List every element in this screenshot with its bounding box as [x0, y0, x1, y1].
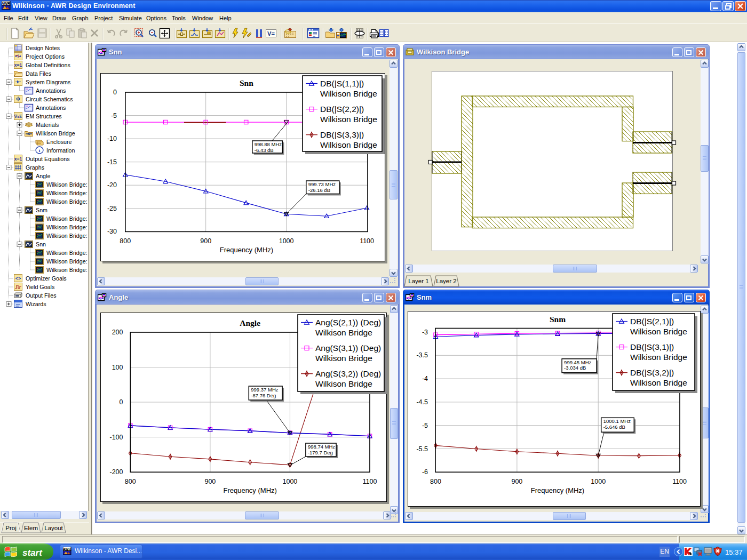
svg-text:1000: 1000	[279, 237, 294, 245]
svg-text:V=: V=	[267, 30, 275, 37]
svg-text:Wilkison Bridge: Wilkison Bridge	[320, 140, 377, 149]
svg-text:EM Structures: EM Structures	[26, 113, 62, 119]
svg-text:DB(|S(2,2)|): DB(|S(2,2)|)	[320, 105, 364, 114]
svg-text:-200: -200	[109, 468, 123, 476]
svg-text:Elem: Elem	[24, 525, 38, 531]
svg-text:DB(|S(3,1)|): DB(|S(3,1)|)	[630, 342, 674, 351]
svg-text:999.37 MHz: 999.37 MHz	[251, 387, 278, 393]
svg-text:Wilkison Bridge:: Wilkison Bridge:	[46, 190, 88, 196]
svg-text:Snm: Snm	[550, 315, 566, 324]
svg-text:Snn: Snn	[36, 241, 46, 247]
svg-text:Snm: Snm	[36, 207, 47, 213]
svg-text:Wilkison Bridge: Wilkison Bridge	[36, 130, 75, 137]
svg-text:-20: -20	[107, 181, 117, 189]
svg-text:-3: -3	[422, 329, 428, 336]
svg-text:Wilkison Bridge: Wilkison Bridge	[320, 115, 377, 124]
svg-text:-3.5: -3.5	[416, 351, 428, 359]
svg-text:900: 900	[511, 478, 522, 485]
svg-text:Information: Information	[46, 147, 75, 154]
svg-text:100: 100	[112, 364, 123, 371]
svg-text:DB(|S(3,2)|): DB(|S(3,2)|)	[630, 368, 674, 377]
svg-text:Wilkison Bridge: Wilkison Bridge	[315, 354, 372, 363]
svg-text:Data Files: Data Files	[26, 70, 51, 77]
svg-text:Output Equations: Output Equations	[26, 156, 70, 162]
svg-text:Wilkison Bridge:: Wilkison Bridge:	[46, 181, 88, 188]
svg-text:Frequency (MHz): Frequency (MHz)	[220, 246, 273, 254]
svg-text:800: 800	[120, 237, 131, 245]
svg-text:1000: 1000	[591, 478, 606, 485]
svg-text:Annotations: Annotations	[36, 105, 66, 111]
svg-text:DB(|S(3,3)|): DB(|S(3,3)|)	[320, 130, 364, 139]
svg-text:-26.16 dB: -26.16 dB	[308, 187, 330, 193]
svg-text:1100: 1100	[360, 237, 374, 245]
svg-text:AWR: AWR	[2, 2, 10, 5]
svg-text:Wilkison Bridge:: Wilkison Bridge:	[46, 267, 88, 273]
svg-text:Project Options: Project Options	[26, 53, 65, 60]
svg-text:999.45 MHz: 999.45 MHz	[564, 359, 591, 365]
svg-text:-179.7 Deg: -179.7 Deg	[308, 450, 333, 455]
svg-text:Layer 1: Layer 1	[408, 278, 428, 284]
svg-text:1000: 1000	[282, 478, 297, 485]
svg-text:Wilkison Bridge:: Wilkison Bridge:	[46, 233, 88, 239]
svg-text:Output Files: Output Files	[26, 292, 57, 299]
svg-text:800: 800	[125, 478, 136, 485]
svg-text:Wizards: Wizards	[26, 301, 46, 307]
svg-text:∇xE: ∇xE	[14, 114, 22, 119]
svg-text:Angle: Angle	[240, 318, 260, 327]
svg-text:Wilkison Bridge: Wilkison Bridge	[315, 379, 372, 388]
svg-text:start: start	[22, 548, 43, 558]
svg-text:-5: -5	[111, 112, 117, 119]
svg-text:Frequency (MHz): Frequency (MHz)	[531, 486, 584, 494]
svg-text:Angle: Angle	[36, 173, 50, 179]
svg-text:Annotations: Annotations	[36, 87, 66, 94]
svg-text:998.74 MHz: 998.74 MHz	[308, 444, 335, 450]
svg-text:<>: <>	[15, 276, 21, 281]
svg-text:-4.5: -4.5	[416, 398, 428, 406]
svg-text:-6: -6	[422, 468, 428, 476]
svg-text:Ang(S(2,1)) (Deg): Ang(S(2,1)) (Deg)	[315, 318, 381, 327]
svg-text:Wilkison Bridge: Wilkison Bridge	[630, 353, 687, 362]
svg-text:900: 900	[200, 237, 211, 245]
svg-text:1000.1 MHz: 1000.1 MHz	[603, 418, 631, 424]
svg-text:Ang(S(3,2)) (Deg): Ang(S(3,2)) (Deg)	[315, 369, 381, 378]
svg-text:-6.43 dB: -6.43 dB	[255, 147, 274, 153]
svg-text:Global Definitions: Global Definitions	[26, 62, 70, 68]
svg-text:1100: 1100	[362, 478, 377, 485]
svg-text:-15: -15	[107, 158, 117, 166]
svg-text:Materials: Materials	[36, 122, 59, 128]
svg-text:Wilkison Bridge:: Wilkison Bridge:	[46, 250, 88, 256]
svg-text:-3.034 dB: -3.034 dB	[564, 365, 586, 371]
svg-text:-4: -4	[422, 375, 428, 382]
svg-text:Yield Goals: Yield Goals	[26, 284, 54, 290]
svg-text:800: 800	[430, 478, 441, 485]
svg-text:DB(|S(2,1)|): DB(|S(2,1)|)	[630, 317, 674, 326]
svg-text:Wilkison Bridge:: Wilkison Bridge:	[46, 258, 88, 265]
svg-text:900: 900	[204, 478, 216, 485]
svg-text:DB(|S(1,1)|): DB(|S(1,1)|)	[320, 79, 364, 88]
svg-text:-5.646 dB: -5.646 dB	[603, 424, 625, 430]
svg-text:Wilkison Bridge:: Wilkison Bridge:	[46, 198, 88, 205]
svg-text:-100: -100	[109, 434, 123, 441]
svg-text:Design Notes: Design Notes	[26, 45, 60, 51]
svg-text:Enclosure: Enclosure	[46, 139, 72, 145]
svg-text:-5: -5	[422, 422, 428, 429]
svg-text:-5.5: -5.5	[416, 445, 428, 453]
svg-text:Frequency (MHz): Frequency (MHz)	[223, 486, 276, 494]
svg-text:998.88 MHz: 998.88 MHz	[255, 141, 282, 147]
svg-text:x=1: x=1	[14, 156, 22, 162]
svg-text:Optimizer Goals: Optimizer Goals	[26, 275, 67, 282]
svg-text:999.73 MHz: 999.73 MHz	[308, 181, 336, 187]
svg-text:-30: -30	[107, 228, 117, 235]
svg-text:Proj: Proj	[5, 525, 16, 531]
svg-text:Graphs: Graphs	[26, 164, 44, 171]
svg-text:Wilkison Bridge: Wilkison Bridge	[630, 378, 687, 387]
svg-text:-10: -10	[107, 135, 117, 142]
svg-text:-25: -25	[107, 205, 117, 212]
svg-text:Wilkison Bridge: Wilkison Bridge	[315, 328, 372, 337]
svg-text:Layer 2: Layer 2	[436, 278, 456, 284]
svg-text:AWR: AWR	[63, 547, 71, 551]
svg-text:-87.76 Deg: -87.76 Deg	[251, 393, 276, 398]
svg-text:0: 0	[120, 398, 123, 406]
svg-text:Wilkison Bridge:: Wilkison Bridge:	[46, 215, 88, 222]
svg-text:Wilkison Bridge: Wilkison Bridge	[630, 327, 687, 336]
